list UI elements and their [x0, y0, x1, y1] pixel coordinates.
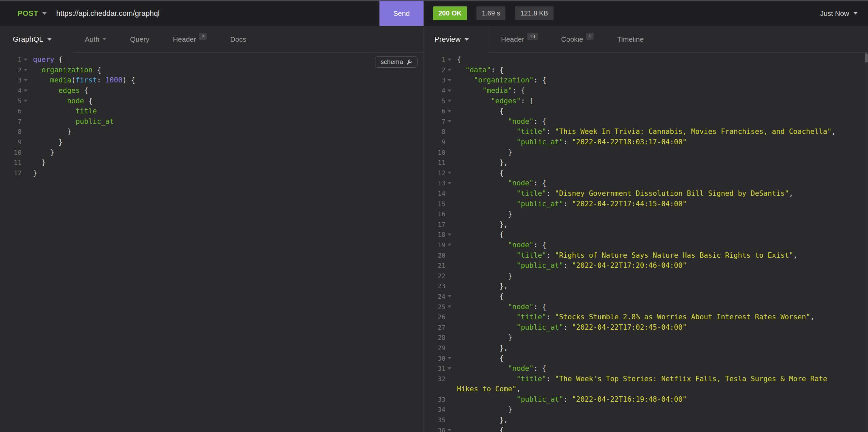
schema-button-label: schema	[380, 58, 403, 66]
scrollbar-track[interactable]	[865, 53, 868, 432]
wrench-icon	[406, 59, 412, 65]
code-text: },	[454, 344, 508, 352]
line-number: 6	[424, 107, 445, 115]
code-line: 17 },	[424, 219, 868, 230]
send-button[interactable]: Send	[379, 1, 424, 26]
fold-toggle-icon[interactable]	[445, 367, 454, 370]
code-line: 32 "title": "The Week's Top Stories: Net…	[424, 373, 868, 384]
code-line: 8 "title": "This Week In Trivia: Cannabi…	[424, 127, 868, 137]
code-line: 22 }	[424, 270, 868, 281]
fold-toggle-icon[interactable]	[445, 69, 454, 71]
chevron-down-icon	[102, 38, 106, 40]
code-text: {	[454, 426, 504, 432]
tab-query[interactable]: Query	[118, 26, 161, 52]
chevron-down-icon	[42, 12, 47, 15]
code-text: "node": {	[454, 303, 547, 311]
url-input[interactable]: https://api.cheddar.com/graphql	[56, 9, 160, 18]
line-number: 7	[0, 118, 22, 125]
response-json-view[interactable]: 1{2 "data": {3 "organization": {4 "media…	[424, 53, 868, 432]
line-number: 35	[424, 416, 445, 424]
line-number: 25	[424, 303, 445, 310]
code-line: 2 "data": {	[424, 65, 868, 75]
fold-toggle-icon[interactable]	[445, 429, 454, 431]
tab-count-badge: 18	[527, 33, 538, 40]
code-text: "media": {	[454, 87, 525, 95]
line-number: 8	[424, 128, 445, 135]
line-number: 20	[424, 252, 445, 259]
response-tab-list: Header 18 Cookie 1 Timeline	[489, 26, 868, 53]
line-number: 11	[424, 159, 445, 166]
tab-timeline[interactable]: Timeline	[606, 26, 655, 52]
tab-auth[interactable]: Auth	[73, 26, 118, 52]
fold-toggle-icon[interactable]	[445, 59, 454, 61]
graphql-query-editor[interactable]: 1query {2 organization {3 media(first: 1…	[0, 53, 424, 178]
fold-toggle-icon[interactable]	[445, 305, 454, 308]
line-number: 31	[424, 365, 445, 372]
body-type-label: GraphQL	[13, 35, 43, 44]
request-bar-right: 200 OK 1.69 s 121.8 KB Just Now	[424, 1, 868, 26]
scrollbar-thumb[interactable]	[865, 53, 868, 63]
tab-header[interactable]: Header 2	[161, 26, 218, 52]
fold-toggle-icon[interactable]	[22, 69, 30, 71]
fold-toggle-icon[interactable]	[445, 357, 454, 359]
code-text: node {	[30, 97, 93, 105]
line-number: 10	[0, 149, 22, 156]
line-number: 4	[424, 87, 445, 94]
code-line: 3 "organization": {	[424, 75, 868, 86]
code-line: 26 "title": "Stocks Stumble 2.8% as Worr…	[424, 312, 868, 322]
fold-toggle-icon[interactable]	[445, 243, 454, 246]
fold-toggle-icon[interactable]	[445, 182, 454, 185]
tab-response-header[interactable]: Header 18	[489, 26, 550, 52]
code-line: 15 "public_at": "2022-04-22T17:44:15-04:…	[424, 199, 868, 209]
fold-toggle-icon[interactable]	[22, 90, 30, 92]
tab-cookie[interactable]: Cookie 1	[550, 26, 606, 52]
chevron-down-icon	[48, 38, 52, 41]
code-text: "node": {	[454, 179, 547, 187]
line-number: 8	[0, 128, 22, 135]
fold-toggle-icon[interactable]	[445, 233, 454, 236]
code-line: 5 node {	[0, 96, 424, 106]
code-text: "title": "This Week In Trivia: Cannabis,…	[454, 128, 836, 136]
response-tabs: Preview Header 18 Cookie 1 Timeline	[424, 26, 868, 53]
tab-count-badge: 1	[586, 33, 594, 40]
fold-toggle-icon[interactable]	[445, 172, 454, 174]
line-number: 13	[424, 179, 445, 187]
code-text: },	[454, 416, 508, 424]
code-text: "public_at": "2022-04-22T17:02:45-04:00"	[454, 323, 687, 331]
fold-toggle-icon[interactable]	[22, 59, 30, 61]
schema-button[interactable]: schema	[375, 56, 417, 68]
code-text: "node": {	[454, 364, 547, 372]
fold-toggle-icon[interactable]	[445, 90, 454, 92]
line-number: 23	[424, 282, 445, 290]
fold-toggle-icon[interactable]	[22, 79, 30, 81]
code-text: "title": "Stocks Stumble 2.8% as Worries…	[454, 313, 814, 321]
fold-toggle-icon[interactable]	[445, 120, 454, 123]
tab-label: Header	[173, 35, 196, 43]
fold-toggle-icon[interactable]	[445, 79, 454, 81]
line-number: 10	[424, 149, 445, 156]
line-number: 36	[424, 427, 445, 432]
code-line: 10 }	[0, 147, 424, 158]
line-number: 12	[0, 169, 22, 177]
fold-toggle-icon[interactable]	[445, 100, 454, 102]
code-text: }	[30, 148, 54, 157]
fold-toggle-icon[interactable]	[445, 295, 454, 297]
fold-toggle-icon[interactable]	[445, 110, 454, 112]
line-number: 34	[424, 406, 445, 413]
history-dropdown[interactable]: Just Now	[820, 9, 868, 18]
code-text: }	[30, 138, 63, 146]
line-number: 7	[424, 118, 445, 125]
code-line: 35 },	[424, 415, 868, 425]
tab-docs[interactable]: Docs	[218, 26, 258, 52]
code-line: 33 "public_at": "2022-04-22T16:19:48-04:…	[424, 394, 868, 405]
method-dropdown[interactable]: POST	[0, 9, 47, 18]
fold-toggle-icon[interactable]	[22, 100, 30, 102]
code-text: }	[30, 169, 37, 177]
code-line: 20 "title": "Rights of Nature Says Natur…	[424, 250, 868, 260]
preview-mode-dropdown[interactable]: Preview	[424, 26, 489, 53]
code-line: 12}	[0, 168, 424, 178]
code-line: 27 "public_at": "2022-04-22T17:02:45-04:…	[424, 322, 868, 332]
body-type-dropdown[interactable]: GraphQL	[0, 26, 73, 53]
line-number: 26	[424, 313, 445, 321]
code-text: query {	[30, 56, 63, 64]
